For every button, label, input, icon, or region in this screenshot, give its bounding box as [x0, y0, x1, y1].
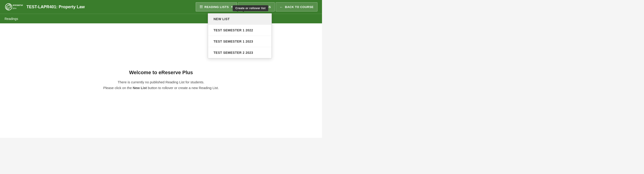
logo-area: ereserve plus TEST-LAPR401: Property Law — [4, 2, 85, 12]
new-list-label: NEW LIST — [214, 17, 230, 21]
sub-navigation-bar: Readings — [0, 14, 322, 23]
reading-list-item-2023[interactable]: TEST SEMESTER 1 2023 — [208, 36, 272, 47]
back-to-course-button[interactable]: ← BACK TO COURSE — [276, 2, 318, 12]
nav-actions: Select or create a new reading list ☷ RE… — [196, 2, 318, 12]
new-list-tooltip: Create or rollover list — [233, 5, 268, 11]
reading-list-dropdown: Create or rollover list NEW LIST TEST SE… — [208, 13, 272, 58]
top-navigation-bar: ereserve plus TEST-LAPR401: Property Law… — [0, 0, 322, 14]
svg-text:ereserve: ereserve — [13, 4, 23, 7]
list-icon: ☷ — [200, 5, 203, 9]
welcome-title: Welcome to eReserve Plus — [129, 70, 193, 75]
new-list-item[interactable]: Create or rollover list NEW LIST — [208, 14, 272, 25]
readings-label: Readings — [4, 17, 18, 21]
welcome-line-2: Please click on the New List button to r… — [103, 86, 219, 90]
reading-lists-button[interactable]: ☷ READING LISTS ▼ — [196, 2, 237, 12]
reading-list-item-2022[interactable]: TEST SEMESTER 1 2022 — [208, 25, 272, 36]
welcome-line-2-prefix: Please click on the — [103, 86, 133, 90]
back-arrow-icon: ← — [280, 5, 283, 9]
course-title: TEST-LAPR401: Property Law — [26, 5, 85, 9]
back-to-course-label: BACK TO COURSE — [285, 5, 314, 9]
new-list-reference: New List — [133, 86, 147, 90]
reading-lists-label: READING LISTS — [204, 5, 229, 9]
reading-list-item-2023-2[interactable]: TEST SEMESTER 2 2023 — [208, 47, 272, 58]
ereserve-logo: ereserve plus — [4, 2, 23, 12]
welcome-line-1: There is currently no published Reading … — [118, 80, 204, 84]
welcome-line-2-suffix: button to rollover or create a new Readi… — [147, 86, 219, 90]
main-content: Welcome to eReserve Plus There is curren… — [0, 23, 322, 138]
svg-text:plus: plus — [13, 7, 17, 9]
